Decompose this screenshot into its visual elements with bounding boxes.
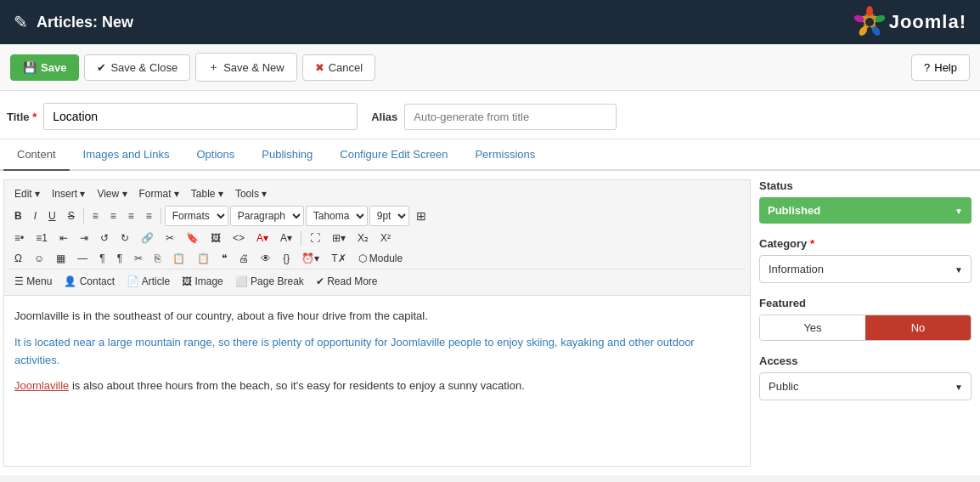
bookmark-btn[interactable]: 🔖 — [181, 230, 204, 247]
strikethrough-btn[interactable]: S — [63, 207, 80, 224]
tools-menu-btn[interactable]: Tools ▾ — [230, 185, 272, 202]
save-new-button[interactable]: ＋ Save & New — [195, 53, 297, 82]
svg-point-3 — [874, 14, 886, 23]
page-break-btn[interactable]: ⬜ Page Break — [230, 273, 309, 290]
clock-btn[interactable]: ⏰▾ — [296, 250, 324, 267]
format-menu-btn[interactable]: Format ▾ — [134, 185, 184, 202]
print-btn[interactable]: 🖨 — [234, 250, 254, 267]
character-map-btn[interactable]: ⊞ — [411, 207, 431, 225]
editor-list-row: ≡• ≡1 ⇤ ⇥ ↺ ↻ 🔗 ✂ 🔖 🖼 <> A▾ A▾ ⛶ ⊞▾ X₂ X… — [9, 228, 745, 248]
save-close-button[interactable]: ✔ Save & Close — [84, 54, 190, 81]
edit-menu-btn[interactable]: Edit ▾ — [9, 185, 45, 202]
module-btn[interactable]: ⬡ Module — [353, 250, 408, 267]
align-center-btn[interactable]: ≡ — [105, 207, 121, 224]
featured-no-btn[interactable]: No — [865, 315, 971, 340]
size-select[interactable]: 9pt — [369, 206, 409, 226]
save-icon: 💾 — [23, 61, 37, 74]
featured-yes-btn[interactable]: Yes — [760, 315, 865, 340]
outdent-btn[interactable]: ⇤ — [54, 230, 73, 247]
category-select[interactable]: Information Uncategorised — [759, 255, 972, 283]
read-more-btn[interactable]: ✔ Read More — [311, 273, 383, 290]
unlink-btn[interactable]: ✂ — [161, 230, 179, 247]
align-right-btn[interactable]: ≡ — [123, 207, 139, 224]
hr-btn[interactable]: — — [72, 250, 93, 267]
indent-btn[interactable]: ⇥ — [75, 230, 93, 247]
sep1 — [83, 208, 84, 224]
sep2 — [161, 208, 161, 224]
insert-menu-btn[interactable]: Insert ▾ — [47, 185, 90, 202]
bold-btn[interactable]: B — [9, 207, 27, 224]
alias-input[interactable] — [404, 104, 617, 130]
menu-btn[interactable]: ☰ Menu — [9, 273, 57, 290]
cut-btn[interactable]: ✂ — [129, 250, 148, 267]
save-label: Save — [41, 61, 66, 74]
contact-btn[interactable]: 👤 Contact — [59, 273, 120, 290]
ol-btn[interactable]: ≡1 — [31, 230, 53, 247]
italic-btn[interactable]: I — [29, 207, 42, 224]
title-required: * — [32, 111, 37, 123]
block-quote-btn[interactable]: ❝ — [217, 250, 232, 267]
redo-btn[interactable]: ↻ — [115, 230, 134, 247]
align-left-btn[interactable]: ≡ — [87, 207, 104, 224]
table-menu-btn[interactable]: Table ▾ — [186, 185, 228, 202]
paragraph-select[interactable]: Paragraph — [230, 206, 304, 226]
article-btn[interactable]: 📄 Article — [121, 273, 175, 290]
subscript-btn[interactable]: X₂ — [352, 230, 374, 247]
editor-special-row: Ω ☺ ▦ — ¶ ¶ ✂ ⎘ 📋 📋 ❝ 🖨 👁 {} ⏰▾ T✗ ⬡ Mod… — [9, 248, 745, 269]
sidebar: Status Published Unpublished Archived Tr… — [759, 171, 980, 475]
undo-btn[interactable]: ↺ — [95, 230, 114, 247]
status-select-wrapper: Published Unpublished Archived Trashed — [759, 197, 972, 224]
tab-permissions[interactable]: Permissions — [461, 139, 549, 171]
access-select[interactable]: Public Guest Registered Special Super Us… — [759, 372, 972, 400]
tab-publishing[interactable]: Publishing — [248, 139, 326, 171]
pilcrow2-btn[interactable]: ¶ — [112, 250, 127, 267]
media-btn[interactable]: ▦ — [51, 250, 70, 267]
copy-btn[interactable]: ⎘ — [149, 250, 166, 267]
fontcolor-btn[interactable]: A▾ — [251, 230, 273, 247]
pilcrow-btn[interactable]: ¶ — [94, 250, 110, 267]
preview-btn[interactable]: 👁 — [256, 250, 276, 267]
link-btn[interactable]: 🔗 — [136, 230, 159, 247]
content-para3-link[interactable]: Joomlaville — [14, 379, 69, 392]
underline-btn[interactable]: U — [43, 207, 61, 224]
paste-btn[interactable]: 📋 — [167, 250, 190, 267]
featured-section: Featured Yes No — [759, 297, 972, 341]
access-select-wrapper: Public Guest Registered Special Super Us… — [759, 372, 972, 400]
code2-btn[interactable]: {} — [278, 250, 295, 267]
page-title: Articles: New — [37, 14, 133, 31]
svg-point-7 — [865, 18, 874, 26]
fullscreen-btn[interactable]: ⛶ — [305, 230, 325, 247]
category-section: Category * Information Uncategorised — [759, 237, 972, 283]
align-justify-btn[interactable]: ≡ — [141, 207, 157, 224]
image-btn[interactable]: 🖼 — [206, 230, 226, 247]
font-select[interactable]: Tahoma — [306, 206, 368, 226]
view-menu-btn[interactable]: View ▾ — [92, 185, 132, 202]
editor-menu-row: Edit ▾ Insert ▾ View ▾ Format ▾ Table ▾ … — [9, 184, 745, 204]
tab-configure-edit-screen[interactable]: Configure Edit Screen — [326, 139, 461, 171]
code-btn[interactable]: <> — [228, 230, 250, 247]
tab-images-links[interactable]: Images and Links — [70, 139, 183, 171]
image2-btn[interactable]: 🖼 Image — [177, 273, 228, 290]
ul-btn[interactable]: ≡• — [9, 230, 29, 247]
svg-point-6 — [853, 14, 865, 23]
cancel-icon: ✖ — [315, 61, 324, 74]
status-select[interactable]: Published Unpublished Archived Trashed — [759, 197, 972, 224]
tab-content[interactable]: Content — [3, 139, 70, 171]
paste2-btn[interactable]: 📋 — [192, 250, 215, 267]
content-para2: It is located near a large mountain rang… — [14, 334, 740, 370]
remove-format-btn[interactable]: T✗ — [326, 250, 351, 267]
cancel-button[interactable]: ✖ Cancel — [302, 54, 375, 81]
editor-content[interactable]: Joomlaville is in the southeast of our c… — [4, 296, 750, 466]
main-content: Edit ▾ Insert ▾ View ▾ Format ▾ Table ▾ … — [0, 171, 980, 475]
table-insert-btn[interactable]: ⊞▾ — [327, 230, 351, 247]
toolbar: 💾 Save ✔ Save & Close ＋ Save & New ✖ Can… — [0, 44, 980, 91]
highlight-btn[interactable]: A▾ — [275, 230, 297, 247]
help-button[interactable]: ? Help — [911, 54, 970, 81]
superscript-btn[interactable]: X² — [375, 230, 396, 247]
tab-options[interactable]: Options — [183, 139, 248, 171]
emoji-btn[interactable]: ☺ — [29, 250, 49, 267]
save-button[interactable]: 💾 Save — [10, 54, 79, 81]
title-input[interactable] — [43, 103, 358, 130]
formats-select[interactable]: Formats — [165, 206, 228, 226]
special-char-btn[interactable]: Ω — [9, 250, 27, 267]
